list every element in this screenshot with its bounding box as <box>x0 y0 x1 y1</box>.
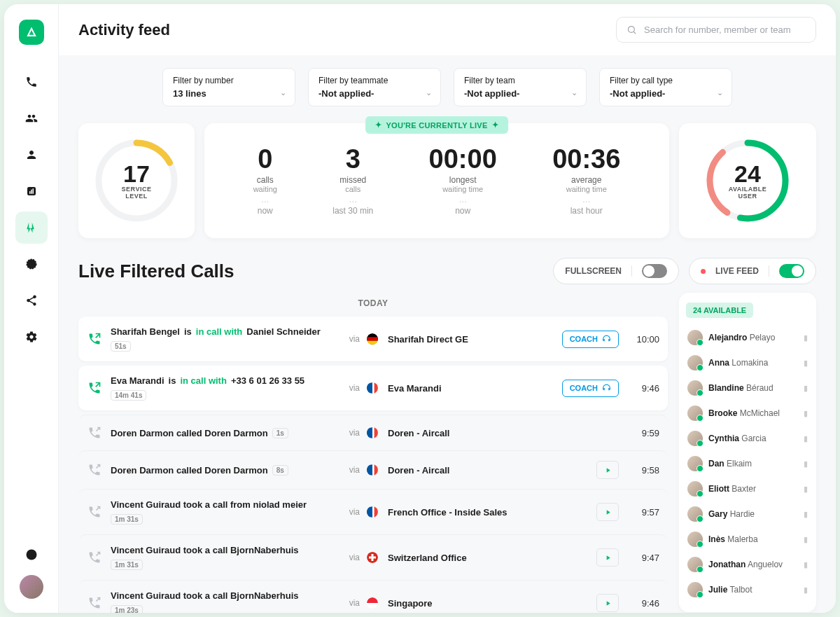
svg-rect-23 <box>367 464 370 476</box>
user-row[interactable]: Blandine Béraud▮ <box>686 375 809 401</box>
flag-icon <box>367 597 378 609</box>
via-name: Sharifah Direct GE <box>388 334 549 345</box>
call-text: Doren Darmon called Doren Darmon 8s <box>111 465 332 476</box>
user-avatar <box>687 506 703 522</box>
user-row[interactable]: Anna Lomakina▮ <box>686 350 809 375</box>
svg-rect-26 <box>367 506 370 518</box>
filters-row: Filter by number 13 lines ⌄ Filter by te… <box>78 68 816 106</box>
phone-icon: ▮ <box>804 359 808 368</box>
call-row[interactable]: Eva Marandi is in call with +33 6 01 26 … <box>78 366 668 410</box>
livefeed-toggle[interactable]: LIVE FEED <box>689 258 816 284</box>
call-direction-icon <box>87 425 102 441</box>
coach-button[interactable]: COACH <box>562 380 619 397</box>
filter-calltype[interactable]: Filter by call type -Not applied- ⌄ <box>599 68 732 106</box>
play-button[interactable] <box>596 503 619 521</box>
nav-team-icon[interactable] <box>15 102 48 134</box>
nav-activity-icon[interactable] <box>15 212 48 244</box>
filter-number[interactable]: Filter by number 13 lines ⌄ <box>162 68 295 106</box>
nav-calls-icon[interactable] <box>15 66 48 98</box>
user-row[interactable]: Jonathan Anguelov▮ <box>686 552 809 577</box>
call-row[interactable]: Vincent Guiraud took a call BjornNaberhu… <box>78 580 668 613</box>
live-metrics-card: ✦YOU'RE CURRENTLY LIVE✦ 0callswaiting…no… <box>204 123 669 238</box>
phone-icon: ▮ <box>804 510 808 519</box>
phone-icon: ▮ <box>804 434 808 443</box>
phone-icon: ▮ <box>804 409 808 418</box>
coach-button[interactable]: COACH <box>562 331 619 348</box>
call-time: 9:58 <box>626 465 659 476</box>
svg-point-6 <box>29 553 33 557</box>
nav-help-icon[interactable] <box>15 539 48 571</box>
play-button[interactable] <box>596 461 619 479</box>
call-direction-icon <box>87 504 102 520</box>
available-users-panel: 24 AVAILABLE Alejandro Pelayo▮Anna Lomak… <box>679 293 816 612</box>
via-name: French Office - Inside Sales <box>388 507 549 518</box>
chevron-down-icon: ⌄ <box>426 88 432 97</box>
user-row[interactable]: Alejandro Pelayo▮ <box>686 325 809 350</box>
live-badge: ✦YOU'RE CURRENTLY LIVE✦ <box>365 116 508 134</box>
svg-rect-21 <box>374 427 378 438</box>
nav-stats-icon[interactable] <box>15 175 48 207</box>
filter-teammate[interactable]: Filter by teammate -Not applied- ⌄ <box>308 68 441 106</box>
user-name: Dan Elkaim <box>708 459 798 469</box>
svg-point-7 <box>629 27 635 33</box>
via-label: via <box>339 383 360 393</box>
call-row[interactable]: Vincent Guiraud took a call BjornNaberhu… <box>78 534 668 580</box>
flag-icon <box>367 427 378 438</box>
user-avatar <box>687 456 703 471</box>
svg-rect-18 <box>374 382 378 394</box>
user-avatar <box>687 532 703 547</box>
user-avatar[interactable] <box>20 575 43 599</box>
user-name: Julie Talbot <box>708 585 798 595</box>
toggle-switch-on[interactable] <box>779 264 804 278</box>
user-row[interactable]: Gary Hardie▮ <box>686 501 809 527</box>
call-row[interactable]: Doren Darmon called Doren Darmon 1sviaDo… <box>78 415 668 450</box>
nav-history-icon[interactable] <box>15 248 48 280</box>
user-avatar <box>687 380 703 396</box>
nav-user-icon[interactable] <box>15 139 48 171</box>
chevron-down-icon: ⌄ <box>280 88 286 97</box>
via-label: via <box>339 465 360 475</box>
user-row[interactable]: Julie Talbot▮ <box>686 577 809 602</box>
via-name: Doren - Aircall <box>388 428 549 438</box>
service-level-card: 17 SERVICELEVEL <box>78 123 195 238</box>
fullscreen-toggle[interactable]: FULLSCREEN <box>553 258 679 284</box>
svg-rect-17 <box>367 382 370 394</box>
user-row[interactable]: Eliott Baxter▮ <box>686 476 809 501</box>
via-name: Singapore <box>388 598 549 609</box>
nav-share-icon[interactable] <box>15 284 48 317</box>
available-badge: 24 AVAILABLE <box>686 303 753 318</box>
play-button[interactable] <box>596 548 619 567</box>
svg-rect-3 <box>32 188 34 194</box>
user-name: Cynthia Garcia <box>708 434 798 443</box>
user-row[interactable]: Cynthia Garcia▮ <box>686 426 809 451</box>
call-time: 10:00 <box>626 334 659 345</box>
user-row[interactable]: Inès Malerba▮ <box>686 527 809 552</box>
search-box[interactable] <box>616 17 816 43</box>
call-direction-icon <box>87 550 102 565</box>
search-input[interactable] <box>644 25 806 35</box>
via-label: via <box>339 334 360 344</box>
toggle-switch-off[interactable] <box>642 264 667 278</box>
app-logo[interactable] <box>19 20 44 45</box>
user-name: Eliott Baxter <box>708 484 798 494</box>
call-time: 9:46 <box>626 598 659 609</box>
user-row[interactable]: Dan Elkaim▮ <box>686 451 809 476</box>
user-name: Gary Hardie <box>708 509 798 519</box>
live-dot-icon <box>701 269 706 274</box>
user-avatar <box>687 481 703 497</box>
flag-icon <box>367 552 378 563</box>
user-row[interactable]: Brooke McMichael▮ <box>686 401 809 426</box>
call-row[interactable]: Sharifah Bengel is in call with Daniel S… <box>78 317 668 361</box>
call-row[interactable]: Doren Darmon called Doren Darmon 8sviaDo… <box>78 450 668 489</box>
search-icon <box>626 25 637 35</box>
via-label: via <box>339 553 360 562</box>
call-row[interactable]: Vincent Guiraud took a call from niolad … <box>78 489 668 534</box>
nav-settings-icon[interactable] <box>15 321 48 353</box>
filter-team[interactable]: Filter by team -Not applied- ⌄ <box>454 68 587 106</box>
sidebar <box>4 4 59 613</box>
call-text: Vincent Guiraud took a call BjornNaberhu… <box>111 545 332 570</box>
play-button[interactable] <box>596 594 619 612</box>
via-label: via <box>339 507 360 517</box>
call-direction-icon <box>87 380 102 396</box>
call-direction-icon <box>87 331 102 347</box>
